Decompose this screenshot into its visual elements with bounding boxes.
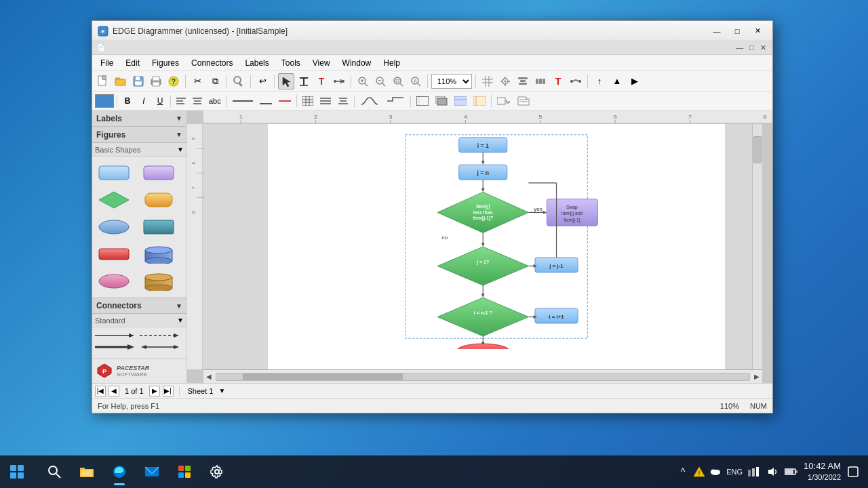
help-button[interactable]: ? <box>165 73 182 89</box>
right-button[interactable]: ▶ <box>627 73 643 89</box>
scroll-right-btn[interactable]: ▶ <box>751 373 762 380</box>
scan-button[interactable] <box>231 73 247 89</box>
scroll-thumb-v[interactable] <box>753 136 762 163</box>
align-options[interactable] <box>317 94 334 108</box>
underline-button[interactable]: U <box>153 94 167 108</box>
taskbar-mail[interactable] <box>137 457 167 487</box>
line-curve2[interactable] <box>383 94 408 108</box>
labels-header[interactable]: Labels ▼ <box>92 110 186 127</box>
menu-tools[interactable]: Tools <box>276 57 306 69</box>
connector-format[interactable] <box>568 73 584 89</box>
taskbar-store[interactable] <box>170 457 199 487</box>
mdi-max[interactable]: □ <box>747 43 756 52</box>
figure-rect-red[interactable] <box>96 242 132 266</box>
figure-diamond-green[interactable] <box>96 188 132 212</box>
line-color[interactable] <box>276 94 294 108</box>
grid-button[interactable] <box>479 73 496 89</box>
text-tool[interactable] <box>296 73 312 89</box>
save-button[interactable] <box>130 73 146 89</box>
start-button[interactable] <box>0 455 34 488</box>
menu-edit[interactable]: Edit <box>120 57 145 69</box>
menu-file[interactable]: File <box>95 57 119 69</box>
connectors-collapse[interactable]: ▼ <box>176 302 182 310</box>
taskbar-settings[interactable] <box>202 457 232 487</box>
align-left[interactable] <box>174 94 189 108</box>
diagram-area[interactable]: i = 1 j = n Item[j <box>268 124 725 349</box>
connectors-header[interactable]: Connectors ▼ <box>92 298 186 314</box>
fill-color[interactable] <box>95 94 114 108</box>
connector-dashed-arrow[interactable] <box>140 331 180 340</box>
select-tool[interactable] <box>278 73 294 89</box>
figures-dropdown-arrow[interactable]: ▼ <box>177 146 184 153</box>
figure-pill-blue[interactable] <box>96 215 132 239</box>
bold-button[interactable]: B <box>120 94 135 108</box>
text-wrap[interactable] <box>494 94 513 108</box>
connectors-category-selector[interactable]: Standard ▼ <box>92 314 186 327</box>
prev-page-button[interactable]: ◀ <box>108 386 119 396</box>
first-page-button[interactable]: |◀ <box>95 386 106 396</box>
align-button[interactable] <box>515 73 531 89</box>
open-button[interactable] <box>113 73 129 89</box>
scroll-left-btn[interactable]: ◀ <box>203 373 214 380</box>
connector-thick-arrow[interactable] <box>95 343 136 351</box>
taskbar-edge[interactable] <box>104 457 134 487</box>
flowchart-svg[interactable]: i = 1 j = n Item[j <box>268 124 725 349</box>
cut-button[interactable]: ✂ <box>189 73 205 89</box>
canvas-content[interactable]: i = 1 j = n Item[j <box>203 124 762 369</box>
new-button[interactable] <box>95 73 111 89</box>
sheet-dropdown-arrow[interactable]: ▼ <box>218 387 225 394</box>
up-button[interactable]: ▲ <box>609 73 625 89</box>
figures-category-selector[interactable]: Basic Shapes ▼ <box>92 143 186 157</box>
last-page-button[interactable]: ▶| <box>163 386 174 396</box>
zoom-in-button[interactable] <box>355 73 371 89</box>
menu-figures[interactable]: Figures <box>146 57 184 69</box>
zoom-out-button[interactable] <box>372 73 389 89</box>
figure-rect-orange[interactable] <box>141 188 176 212</box>
taskbar-explorer[interactable] <box>72 457 102 487</box>
connector-plain-arrow[interactable] <box>95 331 136 340</box>
scroll-track-h[interactable] <box>216 373 750 381</box>
distribute-button[interactable] <box>532 73 549 89</box>
figure-cylinder-blue[interactable] <box>141 242 176 266</box>
italic-button[interactable]: I <box>136 94 151 108</box>
undo-button[interactable]: ↩ <box>254 73 271 89</box>
connectors-dropdown-arrow[interactable]: ▼ <box>177 317 184 324</box>
snap-button[interactable] <box>497 73 513 89</box>
copy-button[interactable]: ⧉ <box>207 73 223 89</box>
line-below[interactable] <box>257 94 275 108</box>
network-icon[interactable] <box>747 465 760 479</box>
figure-rounded-rect-purple[interactable] <box>141 161 176 185</box>
battery-icon[interactable] <box>785 465 798 479</box>
figure-rect-teal[interactable] <box>141 215 176 239</box>
scrollbar-horizontal[interactable]: ◀ ▶ <box>203 369 762 383</box>
align-center[interactable] <box>190 94 205 108</box>
connector-tool[interactable] <box>331 73 347 89</box>
note-button[interactable] <box>515 94 532 108</box>
warning-icon[interactable]: ! <box>692 465 706 479</box>
chevron-up-icon[interactable]: ^ <box>676 465 690 479</box>
scroll-thumb-h[interactable] <box>243 373 403 380</box>
mdi-close[interactable]: ✕ <box>758 43 768 52</box>
menu-window[interactable]: Window <box>337 57 377 69</box>
close-button[interactable]: ✕ <box>748 24 767 38</box>
labels-collapse[interactable]: ▼ <box>176 115 182 122</box>
menu-help[interactable]: Help <box>378 57 406 69</box>
scrollbar-vertical[interactable] <box>752 124 762 369</box>
shadow-toggle[interactable] <box>433 94 450 108</box>
connector-bidirectional[interactable] <box>140 343 180 351</box>
mdi-min[interactable]: — <box>734 43 745 52</box>
menu-labels[interactable]: Labels <box>239 57 274 69</box>
figures-header[interactable]: Figures ▼ <box>92 127 186 143</box>
to-front[interactable]: ↑ <box>591 73 608 89</box>
taskbar-search[interactable] <box>39 457 69 487</box>
line-solid[interactable] <box>230 94 256 108</box>
zoom-actual-button[interactable]: A <box>408 73 424 89</box>
text-style-t[interactable]: T <box>550 73 566 89</box>
system-clock[interactable]: 10:42 AM 1/30/2022 <box>804 460 841 483</box>
text-align-center[interactable] <box>335 94 351 108</box>
zoom-fit-button[interactable] <box>390 73 406 89</box>
color-format1[interactable] <box>452 94 469 108</box>
print-button[interactable] <box>148 73 164 89</box>
zoom-select[interactable]: 110% 100% 125% 150% <box>431 74 472 89</box>
color-format2[interactable] <box>471 94 488 108</box>
